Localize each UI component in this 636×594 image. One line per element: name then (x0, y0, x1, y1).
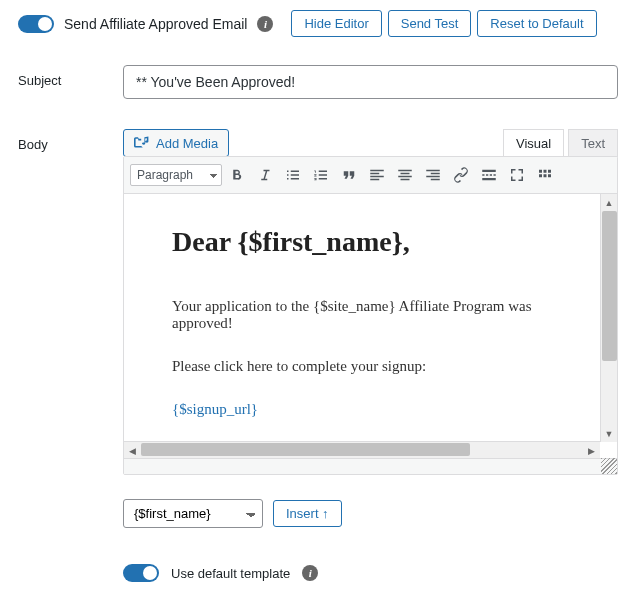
scroll-left-icon[interactable]: ◀ (124, 442, 141, 459)
numbered-list-icon[interactable] (308, 162, 334, 188)
resize-handle[interactable] (601, 458, 617, 474)
send-email-toggle-label: Send Affiliate Approved Email (64, 16, 247, 32)
tab-visual[interactable]: Visual (503, 129, 564, 157)
editor-toolbar: Paragraph (124, 157, 617, 194)
camera-music-icon (134, 134, 150, 152)
scroll-right-icon[interactable]: ▶ (583, 442, 600, 459)
horizontal-scrollbar[interactable]: ◀ ▶ (124, 441, 600, 458)
add-media-button[interactable]: Add Media (123, 129, 229, 157)
read-more-icon[interactable] (476, 162, 502, 188)
toolbar-toggle-icon[interactable] (532, 162, 558, 188)
align-left-icon[interactable] (364, 162, 390, 188)
hide-editor-button[interactable]: Hide Editor (291, 10, 381, 37)
vertical-scrollbar[interactable]: ▲ ▼ (600, 194, 617, 442)
body-label: Body (18, 129, 123, 152)
default-template-toggle[interactable] (123, 564, 159, 582)
fullscreen-icon[interactable] (504, 162, 530, 188)
italic-icon[interactable] (252, 162, 278, 188)
editor: Paragraph Dear {$first_name}, Your appl (123, 156, 618, 475)
horizontal-scroll-thumb[interactable] (141, 443, 470, 456)
editor-status-bar (124, 458, 617, 474)
default-template-label: Use default template (171, 566, 290, 581)
scroll-down-icon[interactable]: ▼ (601, 425, 617, 442)
format-select[interactable]: Paragraph (130, 164, 222, 186)
info-icon[interactable]: i (302, 565, 318, 581)
subject-label: Subject (18, 65, 123, 88)
vertical-scroll-thumb[interactable] (602, 211, 617, 361)
reset-default-button[interactable]: Reset to Default (477, 10, 596, 37)
tab-text[interactable]: Text (568, 129, 618, 157)
editor-content-area[interactable]: Dear {$first_name}, Your application to … (124, 194, 617, 442)
bullet-list-icon[interactable] (280, 162, 306, 188)
align-center-icon[interactable] (392, 162, 418, 188)
send-test-button[interactable]: Send Test (388, 10, 472, 37)
bold-icon[interactable] (224, 162, 250, 188)
add-media-label: Add Media (156, 136, 218, 151)
send-email-toggle[interactable] (18, 15, 54, 33)
email-paragraph-2: Please click here to complete your signu… (172, 358, 569, 375)
link-icon[interactable] (448, 162, 474, 188)
email-paragraph-1: Your application to the {$site_name} Aff… (172, 298, 569, 332)
info-icon[interactable]: i (257, 16, 273, 32)
insert-button[interactable]: Insert ↑ (273, 500, 342, 527)
subject-input[interactable] (123, 65, 618, 99)
scroll-up-icon[interactable]: ▲ (601, 194, 617, 211)
blockquote-icon[interactable] (336, 162, 362, 188)
align-right-icon[interactable] (420, 162, 446, 188)
email-heading: Dear {$first_name}, (172, 226, 569, 258)
email-signup-link: {$signup_url} (172, 401, 569, 418)
variable-select[interactable]: {$first_name} (123, 499, 263, 528)
